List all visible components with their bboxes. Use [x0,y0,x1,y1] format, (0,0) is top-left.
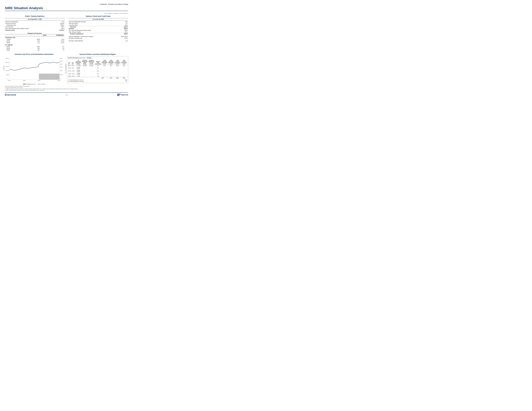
cell-pct-gp: 2.0% [71,65,75,67]
public-trading-section: Public Trading Statistics As of Septembe… [5,15,65,51]
footnotes-section: Source: Public filings, FactSet, SIRE Fi… [5,86,128,91]
metric-col-header [5,35,38,36]
table-row: 2022E $152 6.7x [5,46,65,47]
table-row: 75.0% 25.0% 0.6250 0.7500 -- -- 19.8 -- … [68,72,127,75]
yield-label: Yield/Multiple [52,35,64,36]
cell-lp-range: 0.5000 0.5750 [75,67,82,69]
cell-a-gp: -- [121,75,127,77]
cell-within: -- [82,75,88,77]
row-label: Plus: Noncontrolling Interest (Market Va… [5,28,53,29]
row-metric: 2.40 [30,40,47,42]
table-row: Net Book Capitalization $508.5 [68,33,128,35]
row-metric: 154 [30,47,47,49]
svg-text:$0.50: $0.50 [60,74,63,75]
cell-within: $0.5000 [82,65,88,67]
row-label: Long-Term Debt [68,24,115,26]
row-yield: 11.0% [47,40,65,42]
footnote-3: 3. SIRE Consolidated EBITDA equal to 100… [5,90,128,91]
cell-pct-lp: 96.0% [68,67,71,69]
row-metric: $2.00 [30,38,47,40]
total-q-lps: $9.9 [101,77,108,79]
cell-lp-range: 0.5750 0.6250 [75,69,82,72]
table-row: Total Debt $154.3 [68,26,128,28]
price-chart: $25.00 $20.00 $15.00 $10.00 $5.00 $-- $3… [5,56,63,82]
row-value: 156.4 [115,29,128,31]
footer-note-table: % of Total Distributions to the GP 2.0% … [68,79,127,82]
balance-sheet-section: Balance Sheet and Credit Data As of June… [68,15,128,51]
svg-text:$5.00: $5.00 [6,74,9,75]
cell-a-lps: -- [114,69,121,72]
row-label: Common Unit Price [5,23,53,24]
cell-to-gp: -- [88,69,95,72]
svg-text:$25.00: $25.00 [6,58,9,59]
cell-q-lps: -- [101,72,108,75]
footer-note-value: --% [118,81,127,82]
table-row: Cash and Marketable Securities $3.4 [68,21,128,23]
footer-note-row: % of Total Distributions to the IDRs --% [68,81,127,82]
sisecam-icon-svg [117,93,121,96]
cell-a-lps: $39.6 [114,65,121,67]
row-value: 8.7 [115,23,128,24]
svg-text:$15.00: $15.00 [6,66,9,67]
cell-within: -- [82,72,88,75]
svg-text:$2.50: $2.50 [60,61,63,62]
cell-pct-gp: 15.0% [71,69,75,72]
svg-text:$20.00: $20.00 [6,62,9,63]
cell-q-gp: -- [108,75,114,77]
total-a-lps: $39.6 [114,77,121,79]
legend-dist: Distribution per Unit [23,84,35,85]
row-yield: 10.1% [47,42,65,44]
svg-text:$2.00: $2.00 [60,64,63,65]
legend-price-label: Unit Price [40,84,45,85]
cell-to-gp: $0.0102 [88,65,95,67]
row-label: Plus: Net Debt [5,26,53,28]
cell-to-gp: -- [88,75,95,77]
row-value: 1.0x [115,40,128,42]
row-value: 145.6 [115,24,128,26]
cell-pct-lp: 85.0% [68,69,71,72]
table-row: Plus: Noncontrolling Interest (Book Valu… [68,29,128,31]
cell-lp-units: 19.8 [95,65,101,67]
row-value: $1,014.4 [53,29,65,31]
projection-table: Distribution Yield Current $2.00 9.2% 20… [5,36,65,51]
row-value: $508.5 [115,33,128,35]
table-row: Long-Term Debt 145.6 [68,24,128,26]
cell-lp-range: $-- 0.5000 [75,65,82,67]
dist-yield-label: Distribution Yield [5,36,65,38]
chart-legend: Distribution per Unit Unit Price [5,84,63,85]
row-value: $440.4 [53,24,65,26]
footer-note-label: % of Total Distributions to the IDRs [68,81,119,82]
table-row: Revolver Availability / Total Revolver C… [68,36,128,37]
legend-dist-label: Distribution per Unit [26,84,35,85]
qdpu-value: $0.5000 [86,57,92,59]
chart-section: Common Unit Price and Distribution Infor… [5,53,63,85]
total-a-gp: $0.8 [121,77,127,79]
subtitle: ( $ in millions, except per unit amounts… [5,13,128,14]
row-label: Revolver Availability / Total Revolver C… [68,36,115,37]
cell-lp-units: 19.8 [95,67,101,69]
cell-a-lps: -- [114,75,121,77]
cell-within: -- [82,69,88,72]
table-row: Distribution Yield [5,36,65,38]
table-row: Net Debt / 2022E EBITDA 1.0x [68,40,128,42]
cell-pct-gp: 25.0% [71,72,75,75]
row-label: Short-Term Debt [68,23,115,24]
ev-label: EV / EBITDA³ [5,44,65,46]
cell-lp-range: 0.7500 [75,75,82,77]
table-row: Common Unit Price $21.80 [5,23,65,24]
total-row: $9.9 $0.2 $39.6 $0.8 [68,77,127,79]
cell-a-gp: -- [121,72,127,75]
cell-pct-gp: 50.0% [71,75,75,77]
row-label: 2024E [5,42,30,44]
table-row: 50.0% 50.0% 0.7500 -- -- 19.8 -- -- -- -… [68,75,127,77]
page-footer: Evercore 13 ŞİŞECAM [5,93,128,96]
cell-a-gp: -- [121,67,127,69]
svg-rect-24 [117,95,118,96]
row-label: 2023E [5,40,30,42]
row-label: Total Units Outstanding¹ [5,21,53,23]
cell-q-gp: -- [108,67,114,69]
page-number: 13 [66,94,67,96]
qdpu-label: Quarterly Distribution per LP Unit [68,57,85,58]
cell-to-gp: -- [88,72,95,75]
table-row: Current $2.00 9.2% [5,38,65,40]
